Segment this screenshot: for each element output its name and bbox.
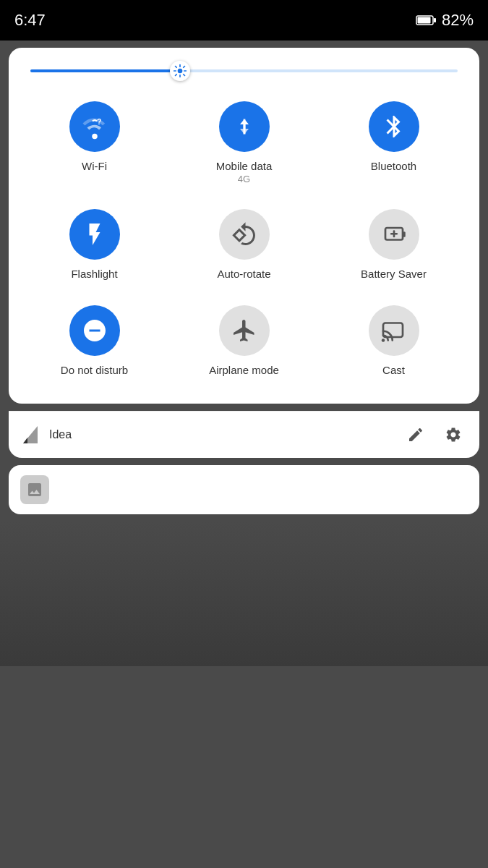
tile-auto-rotate[interactable]: Auto-rotate bbox=[173, 200, 315, 290]
tile-airplane[interactable]: Airplane mode bbox=[173, 297, 315, 386]
tile-dnd[interactable]: Do not disturb bbox=[23, 297, 166, 386]
svg-marker-21 bbox=[23, 438, 27, 443]
signal-icon bbox=[23, 426, 40, 443]
svg-rect-2 bbox=[417, 17, 430, 24]
settings-button[interactable] bbox=[442, 423, 465, 446]
flashlight-label: Flashlight bbox=[71, 267, 117, 281]
bottom-actions bbox=[404, 423, 465, 446]
dnd-icon bbox=[82, 318, 108, 344]
battery-saver-label: Battery Saver bbox=[361, 267, 427, 281]
brightness-row[interactable] bbox=[23, 62, 465, 87]
auto-rotate-icon-bg bbox=[219, 209, 270, 260]
tile-battery-saver[interactable]: Battery Saver bbox=[322, 200, 465, 290]
mobile-data-sublabel: 4G bbox=[238, 174, 250, 184]
wifi-icon: ? bbox=[82, 114, 108, 140]
status-bar: 6:47 82% bbox=[0, 0, 488, 41]
wifi-label: Wi-Fi bbox=[82, 159, 107, 174]
svg-rect-15 bbox=[403, 231, 406, 237]
tile-mobile-data[interactable]: Mobile data 4G bbox=[173, 93, 315, 193]
mobile-data-icon-bg bbox=[219, 101, 270, 152]
svg-line-8 bbox=[175, 67, 176, 68]
tiles-grid: ? Wi-Fi Mobile data 4G Bluetoot bbox=[23, 93, 465, 386]
status-right: 82% bbox=[416, 11, 474, 30]
airplane-icon-bg bbox=[219, 305, 270, 356]
dnd-label: Do not disturb bbox=[61, 363, 128, 378]
media-thumbnail bbox=[20, 475, 49, 504]
media-widget[interactable] bbox=[9, 465, 479, 514]
battery-saver-icon bbox=[381, 221, 407, 247]
flashlight-icon bbox=[82, 221, 108, 247]
battery-icon bbox=[416, 14, 436, 26]
brightness-track[interactable] bbox=[30, 69, 458, 72]
cast-icon bbox=[381, 318, 407, 344]
quick-settings-panel: ? Wi-Fi Mobile data 4G Bluetoot bbox=[9, 48, 479, 404]
mobile-data-label: Mobile data bbox=[216, 159, 273, 174]
svg-text:?: ? bbox=[97, 117, 101, 126]
svg-rect-1 bbox=[434, 18, 436, 22]
mobile-data-icon bbox=[231, 114, 257, 140]
battery-percent: 82% bbox=[442, 11, 474, 30]
tile-flashlight[interactable]: Flashlight bbox=[23, 200, 166, 290]
settings-icon bbox=[445, 426, 462, 443]
media-image-icon bbox=[26, 481, 43, 498]
brightness-fill bbox=[30, 69, 180, 72]
svg-line-10 bbox=[175, 75, 176, 76]
tile-cast[interactable]: Cast bbox=[322, 297, 465, 386]
auto-rotate-icon bbox=[231, 221, 257, 247]
background-overlay bbox=[0, 522, 488, 666]
svg-line-11 bbox=[184, 67, 185, 68]
tile-wifi[interactable]: ? Wi-Fi bbox=[23, 93, 166, 193]
bluetooth-icon bbox=[381, 114, 407, 140]
tile-bluetooth[interactable]: Bluetooth bbox=[322, 93, 465, 193]
svg-point-19 bbox=[381, 339, 385, 342]
wifi-icon-bg: ? bbox=[69, 101, 120, 152]
cast-icon-bg bbox=[369, 305, 419, 356]
bottom-left: Idea bbox=[23, 426, 72, 443]
brightness-sun-icon bbox=[173, 64, 187, 78]
dnd-icon-bg bbox=[69, 305, 120, 356]
airplane-icon bbox=[231, 318, 257, 344]
svg-point-3 bbox=[178, 69, 183, 74]
brightness-thumb[interactable] bbox=[170, 61, 190, 81]
edit-icon bbox=[407, 426, 424, 443]
cast-label: Cast bbox=[382, 363, 405, 378]
svg-point-12 bbox=[92, 134, 98, 140]
status-time: 6:47 bbox=[14, 11, 46, 30]
battery-saver-icon-bg bbox=[369, 209, 419, 260]
bottom-bar: Idea bbox=[9, 411, 479, 458]
bluetooth-label: Bluetooth bbox=[371, 159, 416, 174]
bluetooth-icon-bg bbox=[369, 101, 419, 152]
auto-rotate-label: Auto-rotate bbox=[217, 267, 270, 281]
airplane-label: Airplane mode bbox=[209, 363, 279, 378]
svg-rect-18 bbox=[383, 323, 403, 338]
carrier-name: Idea bbox=[49, 428, 72, 441]
edit-button[interactable] bbox=[404, 423, 427, 446]
flashlight-icon-bg bbox=[69, 209, 120, 260]
svg-line-9 bbox=[184, 75, 185, 76]
